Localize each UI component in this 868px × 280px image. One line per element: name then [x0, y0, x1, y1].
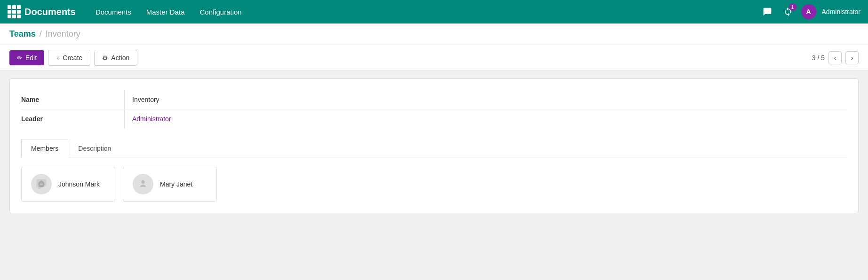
svg-point-2 — [142, 180, 145, 184]
member-avatar-johnson — [31, 174, 52, 194]
breadcrumb-teams-link[interactable]: Teams — [9, 29, 36, 39]
breadcrumb: Teams / Inventory — [0, 23, 868, 45]
activity-icon-button[interactable]: 1 — [780, 4, 796, 19]
list-item[interactable]: Mary Janet — [123, 167, 217, 202]
username-label: Administrator — [822, 8, 860, 16]
plus-icon: + — [56, 54, 60, 62]
toolbar: ✏ Edit + Create ⚙ Action 3 / 5 ‹ › — [0, 45, 868, 71]
activity-badge: 1 — [789, 3, 796, 11]
tabs: Members Description — [21, 140, 847, 157]
pagination-text: 3 / 5 — [812, 54, 825, 62]
list-item[interactable]: Johnson Mark — [21, 167, 115, 202]
form-fields: Name Inventory Leader Administrator — [21, 90, 847, 128]
tab-members[interactable]: Members — [21, 140, 68, 157]
name-field-label: Name — [21, 90, 125, 109]
pagination: 3 / 5 ‹ › — [812, 51, 859, 64]
gear-icon: ⚙ — [102, 54, 108, 62]
edit-label: Edit — [25, 54, 37, 62]
leader-link[interactable]: Administrator — [132, 115, 171, 123]
nav-master-data[interactable]: Master Data — [140, 5, 191, 19]
member-avatar-mary — [133, 174, 153, 194]
member-name-mary: Mary Janet — [160, 180, 192, 188]
nav-menu: Documents Master Data Configuration — [89, 5, 756, 19]
tab-description[interactable]: Description — [68, 140, 121, 157]
nav-configuration[interactable]: Configuration — [193, 5, 248, 19]
main-content: Name Inventory Leader Administrator Memb… — [0, 71, 868, 221]
form-card: Name Inventory Leader Administrator Memb… — [9, 78, 859, 213]
user-avatar[interactable]: A — [801, 4, 816, 19]
leader-field-label: Leader — [21, 109, 125, 128]
name-field-value: Inventory — [125, 90, 847, 109]
edit-button[interactable]: ✏ Edit — [9, 50, 44, 65]
breadcrumb-separator: / — [40, 29, 42, 39]
leader-field-value[interactable]: Administrator — [125, 109, 847, 128]
chat-icon-button[interactable] — [760, 4, 775, 19]
pagination-next-button[interactable]: › — [845, 51, 859, 64]
edit-icon: ✏ — [17, 54, 23, 62]
topnav-right-section: 1 A Administrator — [760, 4, 860, 19]
action-label: Action — [111, 54, 129, 62]
members-grid: Johnson Mark Mary Janet — [21, 167, 847, 202]
member-name-johnson: Johnson Mark — [58, 180, 100, 188]
breadcrumb-current: Inventory — [46, 29, 80, 39]
action-button[interactable]: ⚙ Action — [94, 50, 137, 66]
create-label: Create — [63, 54, 82, 62]
pagination-prev-button[interactable]: ‹ — [828, 51, 842, 64]
app-title: Documents — [24, 7, 76, 17]
top-navbar: Documents Documents Master Data Configur… — [0, 0, 868, 23]
create-button[interactable]: + Create — [48, 50, 90, 66]
grid-menu-icon[interactable] — [8, 5, 21, 18]
nav-documents[interactable]: Documents — [89, 5, 138, 19]
